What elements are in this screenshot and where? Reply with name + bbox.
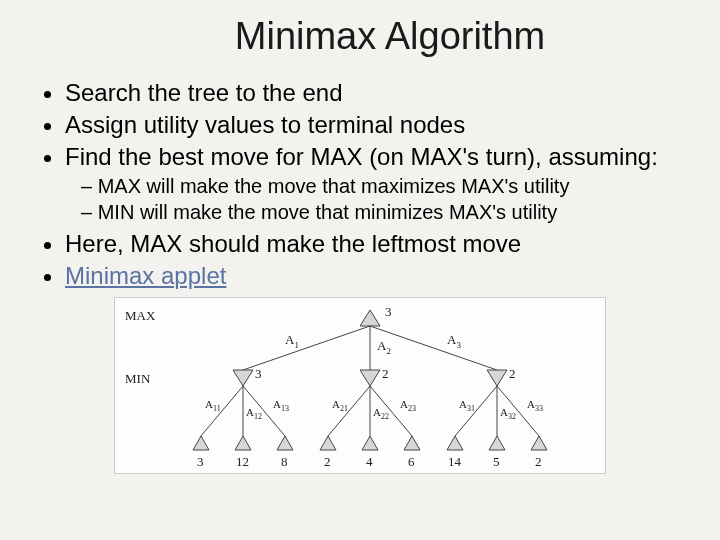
leaf-1: 3 xyxy=(193,436,209,469)
sub-bullet-list: MAX will make the move that maximizes MA… xyxy=(81,174,695,225)
min-node-3: 2 xyxy=(487,366,516,386)
bullet-item: Assign utility values to terminal nodes xyxy=(65,110,695,140)
tree-diagram: MAX MIN 3 A1 A2 A3 3 2 xyxy=(25,297,695,478)
leaf-8: 5 xyxy=(489,436,505,469)
bullet-item: Minimax applet xyxy=(65,261,695,291)
svg-text:8: 8 xyxy=(281,454,288,469)
action-a32: A32 xyxy=(500,406,516,421)
action-a22: A22 xyxy=(373,406,389,421)
svg-marker-36 xyxy=(531,436,547,450)
action-a11: A11 xyxy=(205,398,221,413)
svg-marker-5 xyxy=(233,370,253,386)
svg-text:14: 14 xyxy=(448,454,462,469)
row-label-min: MIN xyxy=(125,371,151,386)
svg-marker-24 xyxy=(277,436,293,450)
leaf-3: 8 xyxy=(277,436,293,469)
svg-text:3: 3 xyxy=(385,304,392,319)
leaf-9: 2 xyxy=(531,436,547,469)
action-a2: A2 xyxy=(377,338,391,356)
svg-marker-0 xyxy=(360,310,380,326)
sub-bullet-item: MAX will make the move that maximizes MA… xyxy=(81,174,695,199)
action-a23: A23 xyxy=(400,398,416,413)
svg-marker-7 xyxy=(360,370,380,386)
minimax-applet-link[interactable]: Minimax applet xyxy=(65,262,226,289)
svg-text:3: 3 xyxy=(255,366,262,381)
minimax-tree-svg: MAX MIN 3 A1 A2 A3 3 2 xyxy=(114,297,606,474)
svg-line-2 xyxy=(243,326,370,370)
svg-text:12: 12 xyxy=(236,454,249,469)
svg-marker-22 xyxy=(235,436,251,450)
svg-marker-34 xyxy=(489,436,505,450)
slide: Minimax Algorithm Search the tree to the… xyxy=(0,0,720,540)
svg-marker-28 xyxy=(362,436,378,450)
svg-line-11 xyxy=(201,386,243,436)
action-a12: A12 xyxy=(246,406,262,421)
root-node: 3 xyxy=(360,304,392,326)
svg-marker-26 xyxy=(320,436,336,450)
bullet-item: Search the tree to the end xyxy=(65,78,695,108)
svg-text:2: 2 xyxy=(382,366,389,381)
action-a33: A33 xyxy=(527,398,543,413)
svg-text:6: 6 xyxy=(408,454,415,469)
svg-text:2: 2 xyxy=(535,454,542,469)
svg-text:4: 4 xyxy=(366,454,373,469)
bullet-list: Search the tree to the end Assign utilit… xyxy=(45,78,695,291)
svg-text:2: 2 xyxy=(509,366,516,381)
action-a1: A1 xyxy=(285,332,299,350)
leaf-4: 2 xyxy=(320,436,336,469)
svg-line-14 xyxy=(328,386,370,436)
min-node-2: 2 xyxy=(360,366,389,386)
leaf-2: 12 xyxy=(235,436,251,469)
page-title: Minimax Algorithm xyxy=(25,15,695,58)
svg-text:2: 2 xyxy=(324,454,331,469)
action-a21: A21 xyxy=(332,398,348,413)
row-label-max: MAX xyxy=(125,308,156,323)
svg-marker-32 xyxy=(447,436,463,450)
svg-text:5: 5 xyxy=(493,454,500,469)
bullet-item: Find the best move for MAX (on MAX's tur… xyxy=(65,142,695,172)
action-a13: A13 xyxy=(273,398,289,413)
leaf-6: 6 xyxy=(404,436,420,469)
sub-bullet-item: MIN will make the move that minimizes MA… xyxy=(81,200,695,225)
svg-text:3: 3 xyxy=(197,454,204,469)
svg-marker-20 xyxy=(193,436,209,450)
action-a3: A3 xyxy=(447,332,461,350)
svg-line-17 xyxy=(455,386,497,436)
svg-marker-30 xyxy=(404,436,420,450)
action-a31: A31 xyxy=(459,398,475,413)
svg-marker-9 xyxy=(487,370,507,386)
leaf-5: 4 xyxy=(362,436,378,469)
bullet-item: Here, MAX should make the leftmost move xyxy=(65,229,695,259)
leaf-7: 14 xyxy=(447,436,463,469)
